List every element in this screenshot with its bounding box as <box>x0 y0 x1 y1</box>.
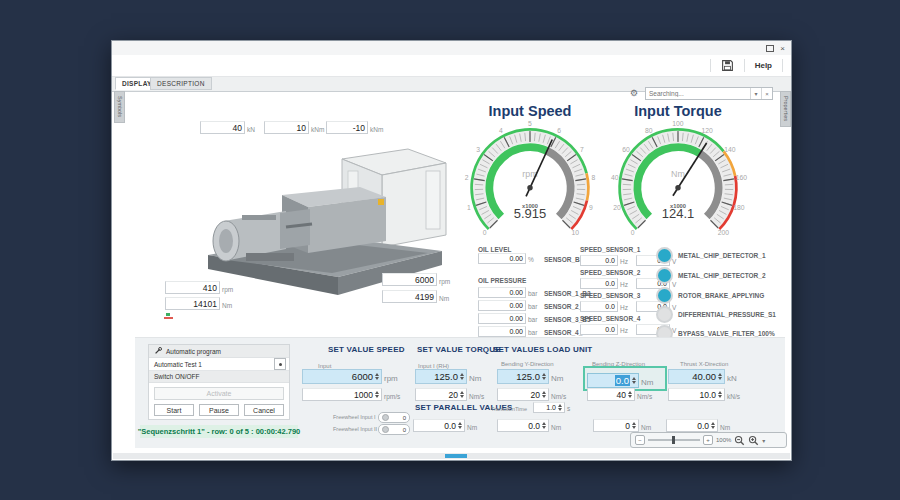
restore-window-icon[interactable] <box>766 45 774 52</box>
zoom-dropdown-icon[interactable]: ▾ <box>762 437 765 444</box>
search-clear-icon[interactable]: × <box>761 88 772 99</box>
speed-sensor-hz: 0.0 <box>580 278 618 289</box>
spinner-arrows-icon[interactable] <box>375 373 379 381</box>
cancel-button[interactable]: Cancel <box>244 404 284 416</box>
zoom-slider-plus-button[interactable]: + <box>703 435 713 445</box>
bending-y-parallel-input[interactable]: 0.0 <box>497 419 549 432</box>
speed-sensor-hz: 0.0 <box>580 324 618 335</box>
spinner-arrows-icon[interactable] <box>718 391 722 399</box>
spinner-arrows-icon[interactable] <box>711 422 715 430</box>
oil-pressure-unit: bar <box>528 303 537 311</box>
torque-setpoint-value: 125.0 <box>434 371 458 382</box>
svg-text:x1000: x1000 <box>522 203 538 209</box>
spinner-arrows-icon[interactable] <box>460 373 464 381</box>
bending-y-setpoint-input[interactable]: 125.0 <box>497 369 549 384</box>
start-button[interactable]: Start <box>154 404 194 416</box>
bending-y-label: Bending Y-Direction <box>501 361 554 367</box>
transition-time-value: 1.0 <box>546 404 556 411</box>
oil-level-header: OIL LEVEL <box>478 246 511 253</box>
freewheel-2-toggle[interactable]: 0 <box>378 424 410 435</box>
help-button[interactable]: Help <box>755 61 772 70</box>
v-unit: V <box>672 281 676 289</box>
bending-y-ramp-field: 20 Nm/s <box>497 388 566 401</box>
spinner-arrows-icon[interactable] <box>632 422 636 430</box>
thrust-x-setpoint-value: 40.00 <box>692 371 716 382</box>
torque-unit-2: kNm <box>370 126 383 134</box>
indicator-label: ROTOR_BRAKE_APPLYING <box>678 292 764 299</box>
settings-gear-icon[interactable]: ⚙ <box>630 88 638 98</box>
thrust-x-parallel-input[interactable]: 0.0 <box>666 419 718 432</box>
freewheel-1-label: Freewheel Input I <box>333 414 376 420</box>
zoom-level-label: 100% <box>716 437 731 443</box>
set-value-speed-header: SET VALUE SPEED <box>328 345 405 354</box>
spinner-arrows-icon[interactable] <box>542 422 546 430</box>
symbols-side-tab[interactable]: Symbols <box>114 91 125 123</box>
svg-text:6: 6 <box>557 127 561 134</box>
torque-callout: 14101 Nm <box>165 297 232 310</box>
input-speed-gauge: Input Speed 012345678910rpmx1000 <box>457 103 603 261</box>
speed-ramp-unit: rpm/s <box>384 393 400 401</box>
tab-description[interactable]: DESCRIPTION <box>150 77 212 90</box>
force-value[interactable]: 40 <box>200 121 245 134</box>
spinner-arrows-icon[interactable] <box>542 373 546 381</box>
zoom-slider-minus-button[interactable]: − <box>635 435 645 445</box>
svg-text:Nm: Nm <box>671 169 685 179</box>
pause-button[interactable]: Pause <box>199 404 239 416</box>
svg-text:20: 20 <box>613 204 621 211</box>
oil-pressure-value: 0.00 <box>478 300 526 311</box>
program-select-button[interactable] <box>274 358 286 370</box>
activate-button[interactable]: Activate <box>154 387 284 400</box>
spinner-arrows-icon[interactable] <box>628 391 632 399</box>
spinner-arrows-icon[interactable] <box>542 391 546 399</box>
oil-pressure-unit: bar <box>528 329 537 337</box>
speed-ramp-input[interactable]: 1000 <box>302 388 382 401</box>
properties-side-tab[interactable]: Properties <box>780 91 791 127</box>
bending-z-parallel-value: 0 <box>625 421 630 431</box>
freewheel-1-toggle[interactable]: 0 <box>378 412 410 423</box>
program-test-row[interactable]: Automatic Test 1 <box>149 358 289 371</box>
thrust-x-setpoint-input[interactable]: 40.00 <box>668 369 725 384</box>
search-dropdown-icon[interactable]: ▾ <box>750 88 761 99</box>
zoom-in-icon[interactable] <box>748 435 759 446</box>
zoom-slider[interactable] <box>648 439 700 441</box>
marker-icon <box>164 313 173 320</box>
speed-setpoint-input[interactable]: 6000 <box>302 369 382 384</box>
bending-y-parallel-field: 0.0 Nm <box>497 419 561 432</box>
zoom-out-icon[interactable] <box>734 435 745 446</box>
spinner-arrows-icon[interactable] <box>632 377 636 385</box>
bending-y-ramp-input[interactable]: 20 <box>497 388 549 401</box>
torque-value-1[interactable]: 10 <box>264 121 309 134</box>
torque-ramp-input[interactable]: 20 <box>415 388 467 401</box>
search-input[interactable] <box>646 90 750 97</box>
bending-z-ramp-input[interactable]: 40 <box>587 388 635 401</box>
torque-setpoint-input[interactable]: 125.0 <box>415 369 467 384</box>
thrust-x-ramp-input[interactable]: 10.0 <box>668 388 725 401</box>
gauge-title: Input Torque <box>605 103 751 119</box>
close-window-icon[interactable]: × <box>780 45 785 53</box>
torque-gauge-dial: 020406080100120140160180200Nmx1000 <box>605 119 751 261</box>
speed-sensor-hz: 0.0 <box>580 301 618 312</box>
spinner-arrows-icon[interactable] <box>558 404 562 412</box>
app-window: × Help DISPLAY DESCRIPTION Symbols Prope… <box>111 40 792 461</box>
speed-sensor-hz: 0.0 <box>580 255 618 266</box>
bending-z-setpoint-unit: Nm <box>641 378 653 388</box>
zoom-slider-thumb[interactable] <box>672 436 675 444</box>
bending-z-parallel-input[interactable]: 0 <box>593 419 639 432</box>
spinner-arrows-icon[interactable] <box>460 391 464 399</box>
spinner-arrows-icon[interactable] <box>375 391 379 399</box>
save-icon[interactable] <box>721 59 734 72</box>
oil-level-value: 0.00 <box>478 253 526 264</box>
horizontal-scrollbar-thumb[interactable] <box>445 454 467 458</box>
sequence-status-text: "Sequenzschritt 1" - row: 0 of 5 : 00:00… <box>140 425 298 438</box>
indicator-label: METAL_CHIP_DETECTOR_1 <box>678 252 766 259</box>
oil-pressure-value: 0.00 <box>478 287 526 298</box>
speed-ramp-value: 1000 <box>354 390 373 400</box>
transition-time-input[interactable]: 1.0 <box>533 402 565 413</box>
torque-value-2[interactable]: -10 <box>326 121 368 134</box>
v-unit: V <box>672 258 676 266</box>
bending-z-setpoint-input[interactable]: 0.0 <box>587 373 639 388</box>
spinner-arrows-icon[interactable] <box>458 422 462 430</box>
spinner-arrows-icon[interactable] <box>718 373 722 381</box>
svg-text:180: 180 <box>733 204 745 211</box>
torque-parallel-input[interactable]: 0.0 <box>413 419 465 432</box>
